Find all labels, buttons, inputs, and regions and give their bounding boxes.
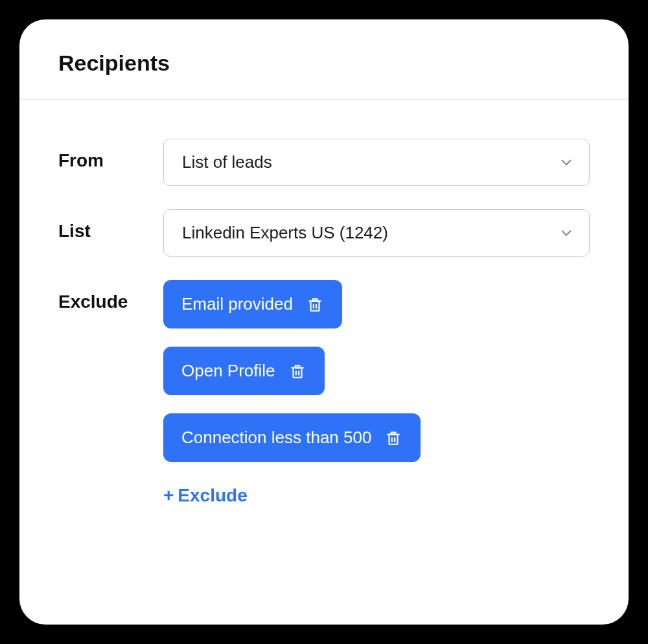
page-title: Recipients [58,51,590,76]
row-exclude: Exclude Email provided [58,280,590,506]
label-list: List [58,209,163,242]
exclude-chip-connection-lt-500[interactable]: Connection less than 500 [163,413,421,462]
chip-label: Open Profile [181,361,275,381]
select-list[interactable]: Linkedin Experts US (1242) [163,209,590,257]
select-from[interactable]: List of leads [163,139,590,186]
label-exclude: Exclude [58,280,163,312]
trash-icon[interactable] [306,295,324,314]
select-from-value: List of leads [182,152,272,172]
add-exclude-label: Exclude [178,485,247,506]
chevron-down-icon [561,227,572,239]
add-exclude-button[interactable]: + Exclude [163,485,248,506]
row-from: From List of leads [58,139,590,186]
chevron-down-icon [561,157,572,168]
exclude-chip-email-provided[interactable]: Email provided [163,280,342,328]
chip-label: Connection less than 500 [181,428,371,448]
row-list: List Linkedin Experts US (1242) [58,209,590,257]
select-list-value: Linkedin Experts US (1242) [182,223,388,242]
label-from: From [58,139,163,171]
recipients-card: Recipients From List of leads List Linke… [19,19,629,625]
card-header: Recipients [19,19,629,100]
trash-icon[interactable] [384,429,402,447]
exclude-chip-open-profile[interactable]: Open Profile [163,347,325,395]
plus-icon: + [163,485,174,506]
trash-icon[interactable] [288,362,307,380]
exclude-chips: Email provided Open Prof [163,280,590,462]
chip-label: Email provided [181,294,293,314]
card-body: From List of leads List Linkedin Experts… [19,100,629,555]
